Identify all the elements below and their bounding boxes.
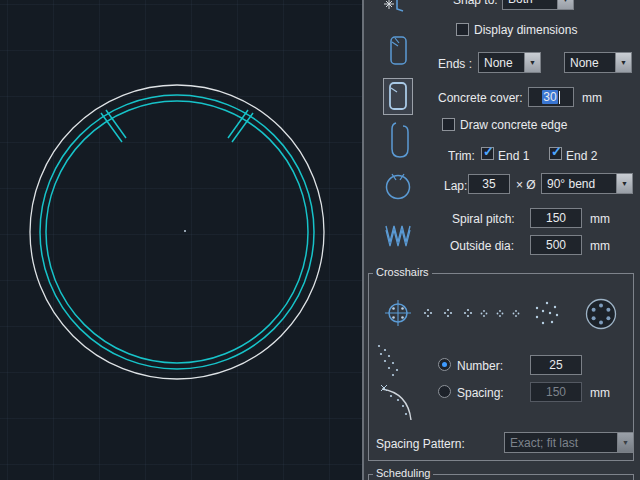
spiral-rebar-inner-circle	[46, 101, 308, 363]
arc-with-dots-pattern-icon	[379, 383, 415, 423]
text-caret	[559, 91, 560, 104]
outside-dia-value: 500	[546, 238, 566, 252]
circular-hoop-tool-button[interactable]	[384, 168, 412, 203]
spiral-pitch-unit: mm	[590, 212, 610, 226]
diagonal-scatter-pattern-button[interactable]	[373, 342, 405, 380]
spacing-label: Spacing:	[457, 386, 504, 400]
stirrup-selected-tool-button[interactable]	[383, 78, 413, 115]
spiral-rebar-outer-circle	[40, 95, 314, 369]
circular-hoop-icon	[384, 168, 412, 203]
circle-with-bars-pattern-icon	[584, 297, 618, 331]
spacing-unit: mm	[590, 386, 610, 400]
center-point	[184, 230, 186, 232]
chevron-down-icon[interactable]: ▼	[524, 53, 540, 72]
spacing-pattern-label: Spacing Pattern:	[376, 437, 465, 451]
spiral-icon	[384, 221, 414, 249]
lap-bend-value: 90° bend	[542, 174, 616, 193]
draw-concrete-edge-checkbox[interactable]	[442, 118, 455, 131]
lap-multiplier-label: × Ø	[516, 178, 536, 192]
display-dimensions-label: Display dimensions	[474, 23, 577, 37]
concrete-outline-circle	[30, 85, 324, 379]
dots-cluster-pattern-button[interactable]	[532, 298, 562, 328]
spacing-pattern-value: Exact; fit last	[505, 433, 617, 452]
circle-with-bars-pattern-button[interactable]	[584, 297, 618, 331]
check-icon: ✓	[483, 144, 494, 159]
snap-to-label: Snap to:	[453, 0, 498, 7]
outside-dia-label: Outside dia:	[450, 239, 514, 253]
end2-value: None	[565, 53, 615, 72]
trim-end2-label: End 2	[566, 149, 597, 163]
trim-end2-checkbox[interactable]: ✓	[549, 147, 562, 160]
dots-cluster-pattern-icon	[532, 298, 562, 328]
diagonal-scatter-pattern-icon	[373, 342, 405, 380]
lap-value: 35	[482, 177, 495, 191]
display-dimensions-checkbox[interactable]	[456, 23, 469, 36]
check-icon: ✓	[551, 144, 562, 159]
end1-value: None	[479, 53, 524, 72]
arc-with-dots-pattern-button[interactable]	[379, 383, 415, 423]
spacing-radio[interactable]	[438, 385, 451, 398]
spiral-tool-button[interactable]	[384, 221, 414, 249]
end2-dropdown[interactable]: None ▼	[564, 52, 632, 73]
draw-concrete-edge-label: Draw concrete edge	[460, 118, 567, 132]
concrete-cover-value: 30	[542, 90, 557, 104]
crosshair-target-icon	[383, 298, 413, 328]
snap-to-value: Both	[503, 0, 557, 9]
concrete-cover-input[interactable]: 30	[528, 87, 574, 107]
outside-dia-input[interactable]: 500	[530, 235, 582, 255]
trim-end1-label: End 1	[498, 149, 529, 163]
chevron-down-icon[interactable]: ▼	[557, 0, 573, 9]
closed-stirrup-icon	[387, 34, 411, 68]
spiral-pitch-input[interactable]: 150	[530, 208, 582, 228]
lap-input[interactable]: 35	[468, 174, 510, 194]
spiral-pitch-label: Spiral pitch:	[452, 212, 515, 226]
stirrup-selected-icon	[386, 81, 410, 112]
chevron-down-icon[interactable]: ▼	[616, 174, 632, 193]
open-stirrup-icon	[389, 119, 411, 161]
crosshairs-group-label: Crosshairs	[373, 266, 432, 278]
dots-medium-pattern-button[interactable]	[476, 304, 524, 322]
snap-to-dropdown[interactable]: Both ▼	[502, 0, 574, 10]
chevron-down-icon[interactable]: ▼	[615, 53, 631, 72]
number-label: Number:	[457, 359, 503, 373]
concrete-cover-label: Concrete cover:	[438, 91, 523, 105]
chevron-down-icon[interactable]: ▼	[617, 433, 633, 452]
crosshair-target-button[interactable]	[383, 298, 413, 328]
scheduling-group-label: Scheduling	[373, 467, 433, 479]
ends-label: Ends :	[438, 57, 472, 71]
drawing-canvas[interactable]	[0, 0, 362, 480]
spacing-pattern-dropdown[interactable]: Exact; fit last ▼	[504, 432, 634, 453]
concrete-cover-unit: mm	[582, 91, 602, 105]
trim-label: Trim:	[448, 149, 475, 163]
spiral-pitch-value: 150	[546, 211, 566, 225]
bar-end-icon	[382, 0, 412, 20]
radio-dot	[442, 362, 447, 367]
dots-medium-pattern-icon	[476, 304, 524, 322]
spacing-value: 150	[546, 385, 566, 399]
closed-stirrup-tool-button[interactable]	[387, 34, 411, 68]
end1-dropdown[interactable]: None ▼	[478, 52, 541, 73]
number-value: 25	[549, 358, 562, 372]
properties-panel: Snap to: Both ▼ Display dimensions Ends …	[362, 0, 640, 480]
bar-end-tool-button[interactable]	[382, 0, 412, 20]
dots-wide-pattern-button[interactable]	[422, 302, 474, 324]
spacing-input[interactable]: 150	[530, 382, 582, 402]
dots-wide-pattern-icon	[422, 302, 474, 324]
app-window: Snap to: Both ▼ Display dimensions Ends …	[0, 0, 640, 480]
outside-dia-unit: mm	[590, 239, 610, 253]
number-radio[interactable]	[438, 358, 451, 371]
lap-bend-dropdown[interactable]: 90° bend ▼	[541, 173, 633, 194]
lap-label: Lap:	[444, 179, 467, 193]
trim-end1-checkbox[interactable]: ✓	[481, 147, 494, 160]
open-stirrup-tool-button[interactable]	[389, 119, 411, 161]
rebar-section-drawing	[0, 0, 362, 480]
number-input[interactable]: 25	[530, 355, 582, 375]
